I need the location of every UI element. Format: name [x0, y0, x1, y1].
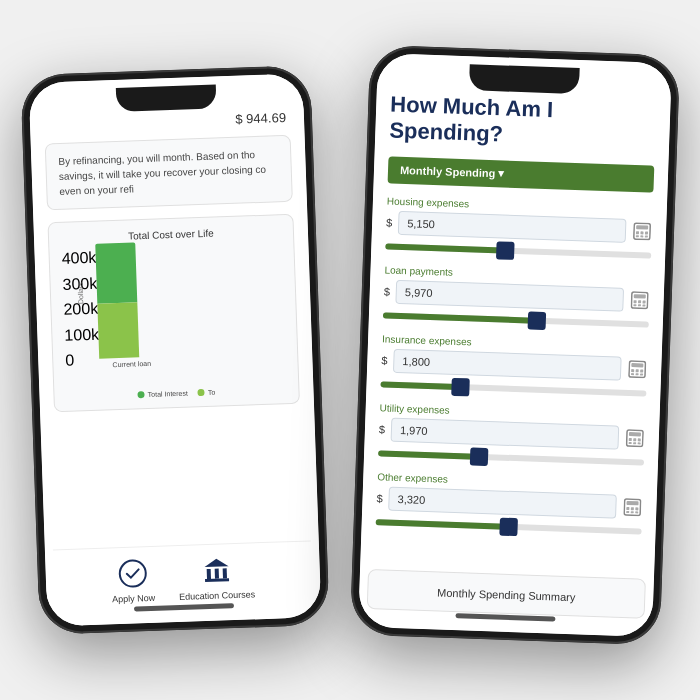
housing-slider-fill: [385, 243, 505, 253]
nav-apply-now-label: Apply Now: [112, 593, 155, 604]
bank-icon: [200, 554, 233, 587]
utility-slider-thumb[interactable]: [470, 447, 489, 466]
svg-rect-12: [640, 235, 643, 237]
x-axis-label: Current loan: [112, 360, 151, 368]
utility-slider-fill: [378, 450, 479, 460]
svg-rect-27: [631, 373, 634, 375]
calculator-icon-3[interactable]: [627, 359, 648, 380]
phone2-content: How Much Am I Spending? Monthly Spending…: [358, 53, 672, 637]
expense-other-row: $ 3,320: [376, 486, 643, 519]
bar-current-loan: [95, 242, 139, 358]
dollar-sign-5: $: [376, 492, 383, 504]
y-label-400k: 400k: [61, 249, 88, 268]
svg-rect-8: [636, 231, 639, 234]
calculator-icon-2[interactable]: [629, 290, 650, 311]
nav-education-label: Education Courses: [179, 589, 255, 602]
svg-rect-40: [626, 507, 629, 510]
svg-rect-7: [636, 225, 648, 229]
expense-loan-row: $ 5,970: [383, 279, 650, 312]
summary-card: Monthly Spending Summary: [367, 569, 646, 619]
svg-rect-41: [631, 507, 634, 510]
other-slider-thumb[interactable]: [499, 517, 518, 536]
legend-dot-to: [198, 389, 205, 396]
svg-rect-23: [631, 363, 643, 367]
refinance-text: By refinancing, you will month. Based on…: [58, 146, 279, 199]
svg-rect-9: [640, 231, 643, 234]
svg-rect-21: [642, 304, 645, 306]
y-label-0: 0: [65, 351, 92, 370]
calculator-icon-5[interactable]: [622, 497, 643, 518]
legend-label-to: To: [208, 389, 216, 396]
expense-other: Other expenses $ 3,320: [375, 471, 643, 539]
svg-rect-36: [633, 442, 636, 444]
other-slider-fill: [376, 519, 509, 530]
dollar-sign-1: $: [386, 216, 393, 228]
phone-front-screen: How Much Am I Spending? Monthly Spending…: [358, 53, 672, 637]
housing-slider-thumb[interactable]: [496, 241, 515, 260]
scene: $ 944.69 By refinancing, you will month.…: [10, 10, 690, 690]
expense-utility: Utility expenses $ 1,970: [378, 402, 646, 470]
nav-apply-now[interactable]: Apply Now: [111, 557, 156, 604]
calculator-icon-4[interactable]: [624, 428, 645, 449]
svg-rect-29: [640, 373, 643, 375]
legend-total-interest: Total Interest: [138, 390, 188, 399]
chart-section: Total Cost over Life 400k 300k 200k 100k…: [47, 214, 299, 412]
monthly-spending-dropdown[interactable]: Monthly Spending ▾: [388, 156, 655, 192]
calculator-icon-1[interactable]: [632, 221, 653, 242]
legend-to: To: [198, 389, 216, 397]
insurance-input[interactable]: 1,800: [393, 349, 622, 381]
svg-point-0: [119, 560, 146, 587]
insurance-slider-fill: [380, 381, 460, 390]
legend-dot-interest: [138, 391, 145, 398]
svg-rect-42: [635, 507, 638, 510]
chart-area: 400k 300k 200k 100k 0 Dollars: [61, 242, 286, 390]
y-axis-labels: 400k 300k 200k 100k 0: [61, 249, 93, 370]
y-label-300k: 300k: [62, 274, 89, 293]
other-input[interactable]: 3,320: [388, 486, 617, 518]
svg-rect-39: [626, 501, 638, 505]
utility-input[interactable]: 1,970: [391, 418, 620, 450]
dollar-sign-2: $: [384, 285, 391, 297]
bar-principal: [97, 302, 139, 358]
svg-rect-31: [629, 432, 641, 436]
loan-input[interactable]: 5,970: [395, 280, 624, 312]
dollar-sign-3: $: [381, 354, 388, 366]
y-label-100k: 100k: [64, 325, 91, 344]
notch-back: [116, 84, 217, 111]
svg-rect-28: [636, 373, 639, 375]
svg-rect-20: [638, 304, 641, 306]
svg-rect-11: [636, 235, 639, 237]
svg-rect-19: [633, 304, 636, 306]
bottom-nav: Apply Now Education Cours: [53, 540, 313, 612]
svg-rect-37: [638, 442, 641, 444]
phone-back: $ 944.69 By refinancing, you will month.…: [20, 65, 329, 635]
svg-rect-16: [634, 300, 637, 303]
svg-rect-17: [638, 300, 641, 303]
expense-utility-row: $ 1,970: [379, 417, 646, 450]
page-title: How Much Am I Spending?: [389, 92, 657, 154]
expense-loan: Loan payments $ 5,970: [383, 264, 651, 332]
svg-rect-1: [206, 569, 210, 579]
svg-rect-13: [645, 235, 648, 237]
insurance-slider-thumb[interactable]: [451, 378, 470, 397]
phone1-content: $ 944.69 By refinancing, you will month.…: [29, 73, 322, 626]
dollar-sign-4: $: [379, 423, 386, 435]
refinance-card: By refinancing, you will month. Based on…: [45, 135, 293, 211]
loan-slider-track: [383, 312, 649, 327]
notch-front: [469, 64, 580, 94]
expense-housing-row: $ 5,150: [386, 210, 653, 243]
nav-education[interactable]: Education Courses: [178, 553, 256, 602]
expense-housing: Housing expenses $ 5,150: [385, 195, 653, 263]
insurance-slider-track: [380, 381, 646, 396]
housing-input[interactable]: 5,150: [398, 211, 627, 243]
y-axis-label: Dollars: [77, 282, 85, 304]
bar-interest: [95, 242, 137, 303]
loan-slider-fill: [383, 312, 537, 323]
svg-rect-26: [640, 369, 643, 372]
loan-slider-thumb[interactable]: [528, 311, 547, 330]
dropdown-label: Monthly Spending ▾: [400, 164, 505, 181]
housing-slider-track: [385, 243, 651, 258]
check-circle-icon: [116, 557, 149, 590]
svg-rect-33: [633, 438, 636, 441]
legend-label-interest: Total Interest: [148, 390, 188, 398]
